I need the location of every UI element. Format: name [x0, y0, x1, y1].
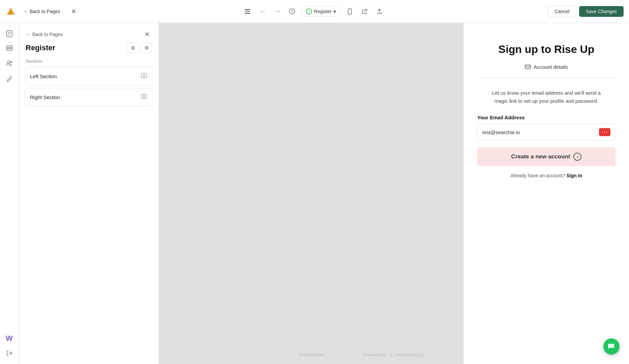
left-section-label: Left Section: [30, 73, 57, 79]
svg-rect-4: [245, 13, 250, 14]
preview-panel: Sign up to Rise Up Account details Let u…: [464, 23, 629, 364]
back-to-pages-text: Back to Pages: [32, 32, 63, 37]
redo-button[interactable]: ↪: [271, 5, 283, 18]
create-account-button[interactable]: Create a new account ›: [477, 147, 616, 166]
chat-bubble-button[interactable]: [603, 338, 620, 355]
magic-link-text: Let us know your email address and we'll…: [492, 89, 601, 105]
screenshot-label: Screenshot: [299, 352, 323, 357]
svg-rect-18: [141, 94, 144, 99]
svg-point-7: [350, 13, 350, 14]
sidebar-w-button[interactable]: W: [3, 332, 16, 345]
right-section-label: Right Section: [30, 94, 60, 100]
external-link-button[interactable]: [359, 5, 371, 18]
svg-rect-20: [525, 65, 531, 69]
membership-logo-icon: [389, 352, 394, 357]
back-arrow-icon: ←: [24, 9, 28, 14]
share-button[interactable]: [373, 5, 385, 18]
share-icon: [376, 8, 383, 15]
brand-name: membership.io: [396, 352, 425, 357]
back-arrow-icon-small: ←: [26, 32, 30, 37]
columns-icon-2: [141, 93, 147, 101]
panel-header: ← Back to Pages ✕: [19, 23, 159, 42]
toolbar-center: ↩ ↪ ✓ Register ▾: [84, 5, 543, 18]
right-section-item[interactable]: Right Section: [24, 88, 153, 106]
svg-rect-13: [6, 49, 12, 50]
envelope-icon: [525, 64, 531, 70]
copy-icon: ⧉: [131, 45, 135, 51]
canvas-left: Screenshot: [159, 23, 464, 364]
svg-rect-2: [245, 9, 250, 10]
design-icon: [6, 74, 13, 82]
svg-point-15: [10, 61, 12, 63]
history-button[interactable]: [286, 5, 298, 18]
layout-icon: [244, 8, 251, 15]
email-input-row: test@searchie.io ···: [477, 124, 616, 141]
settings-icon: ⚙: [144, 45, 149, 51]
icon-sidebar: W: [0, 23, 19, 364]
members-icon: [6, 60, 13, 67]
back-to-pages-label: Back to Pages: [30, 9, 60, 14]
topbar-left: [5, 6, 16, 17]
register-dropdown-button[interactable]: ✓ Register ▾: [301, 6, 341, 17]
left-section-item[interactable]: Left Section: [24, 67, 153, 85]
account-details-row: Account details: [477, 64, 616, 78]
sidebar-pages-button[interactable]: [3, 27, 16, 40]
layout-icon-button[interactable]: [241, 5, 254, 18]
exit-icon: [6, 350, 13, 357]
close-button[interactable]: ✕: [67, 5, 80, 18]
svg-point-14: [7, 61, 10, 64]
svg-rect-19: [144, 94, 147, 99]
svg-rect-16: [141, 73, 144, 78]
close-panel-icon: ✕: [145, 31, 150, 38]
sections-icon: [6, 45, 13, 52]
svg-rect-17: [144, 73, 147, 78]
powered-by: Powered by membership.io: [363, 352, 425, 357]
account-details-text: Account details: [534, 64, 568, 70]
sign-in-text: Already have an account? Sign In: [511, 173, 582, 178]
settings-button[interactable]: ⚙: [141, 42, 152, 53]
chevron-down-icon: ▾: [334, 9, 336, 14]
sidebar-design-button[interactable]: [3, 71, 16, 85]
topbar: ← Back to Pages ✕ ↩ ↪ ✓: [0, 0, 629, 23]
w-icon: W: [6, 334, 13, 343]
svg-rect-3: [245, 11, 250, 12]
preview-content: Sign up to Rise Up Account details Let u…: [464, 23, 629, 192]
back-to-pages-link[interactable]: ← Back to Pages: [26, 32, 63, 37]
register-label: Register: [314, 9, 332, 14]
mobile-preview-button[interactable]: [344, 5, 356, 18]
panel-title-actions: ⧉ ⚙: [127, 42, 152, 53]
canvas-area: Screenshot Sign up to Rise Up Account de…: [159, 23, 629, 364]
sidebar-exit-button[interactable]: [3, 346, 16, 360]
chat-icon: [607, 342, 616, 351]
sidebar-members-button[interactable]: [3, 57, 16, 70]
back-to-pages-button[interactable]: ← Back to Pages: [20, 5, 63, 18]
brand-icon: [5, 6, 16, 17]
sidebar-sections-button[interactable]: [3, 42, 16, 55]
create-account-label: Create a new account: [511, 153, 570, 160]
save-changes-button[interactable]: Save Changes: [579, 6, 624, 17]
close-panel-button[interactable]: ✕: [142, 30, 152, 39]
panel-title: Register: [26, 43, 55, 52]
close-icon: ✕: [71, 8, 76, 15]
email-input-value: test@searchie.io: [482, 129, 599, 135]
copy-page-button[interactable]: ⧉: [127, 42, 138, 53]
arrow-circle-icon: ›: [573, 153, 581, 161]
topbar-right: Cancel Save Changes: [548, 6, 624, 17]
powered-by-text: Powered by: [363, 352, 387, 357]
cancel-button[interactable]: Cancel: [548, 6, 577, 17]
undo-icon: ↩: [260, 8, 265, 15]
preview-title: Sign up to Rise Up: [498, 43, 594, 56]
pages-icon: [6, 30, 13, 37]
email-field-label: Your Email Address: [477, 115, 616, 120]
mobile-icon: [346, 8, 353, 15]
left-panel: ← Back to Pages ✕ Register ⧉ ⚙ Sections …: [19, 23, 159, 364]
history-icon: [289, 8, 295, 15]
redo-icon: ↪: [275, 8, 280, 15]
panel-title-row: Register ⧉ ⚙: [19, 42, 159, 59]
email-options-button[interactable]: ···: [599, 128, 610, 136]
sign-in-link[interactable]: Sign In: [567, 173, 582, 178]
sections-label: Sections: [19, 59, 159, 67]
columns-icon: [141, 72, 147, 80]
undo-button[interactable]: ↩: [256, 5, 268, 18]
check-circle-icon: ✓: [306, 8, 312, 14]
